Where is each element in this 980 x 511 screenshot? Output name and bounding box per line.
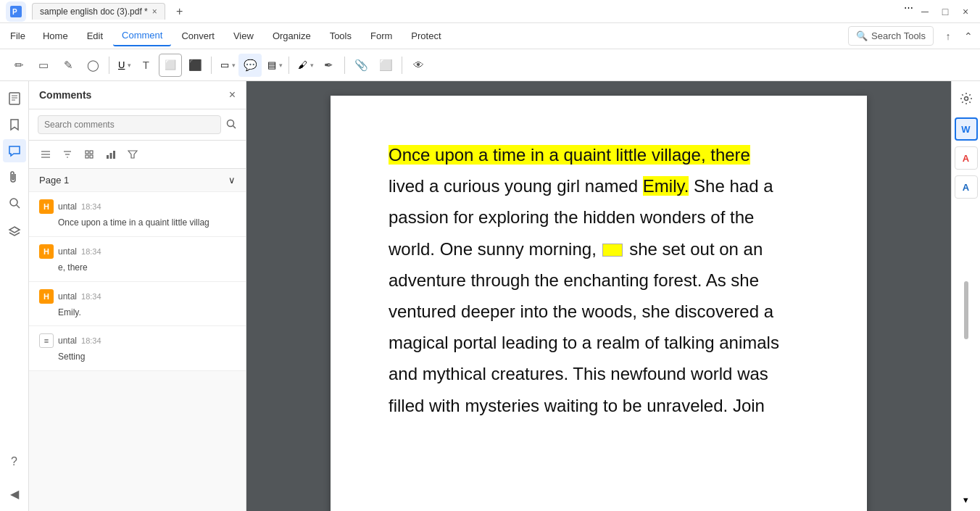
more-options-icon[interactable]: ⋯ xyxy=(903,3,913,13)
measure-icon: ▤ xyxy=(265,57,279,73)
menu-item-convert[interactable]: Convert xyxy=(173,26,223,46)
preview-tool-button[interactable]: 👁 xyxy=(407,54,430,77)
shape-tool-button[interactable]: ▭ ▾ xyxy=(216,57,237,73)
comment-3-avatar: H xyxy=(39,289,54,304)
search-tools-icon: 🔍 xyxy=(856,30,868,41)
pdf-line-6: ventured deeper into the woods, she disc… xyxy=(389,296,809,327)
comment-chart-button[interactable] xyxy=(101,145,120,164)
comment-2-author: untal xyxy=(58,246,77,257)
svg-line-10 xyxy=(233,125,236,128)
right-sidebar-settings-icon[interactable] xyxy=(955,87,978,110)
search-tools-button[interactable]: 🔍 Search Tools xyxy=(848,26,934,46)
comments-search-submit-icon[interactable] xyxy=(225,118,237,132)
word-integration-button[interactable]: W xyxy=(955,117,978,141)
menu-item-edit[interactable]: Edit xyxy=(78,26,112,46)
pages-icon[interactable] xyxy=(3,87,26,110)
separator-3 xyxy=(288,57,289,74)
scrollbar-thumb[interactable] xyxy=(964,281,968,339)
highlight-span-1: Once upon a time in a quaint little vill… xyxy=(389,145,750,165)
menu-item-view[interactable]: View xyxy=(225,26,262,46)
comment-expand-button[interactable] xyxy=(80,145,99,164)
maximize-button[interactable]: □ xyxy=(937,3,954,20)
excel-button[interactable]: A xyxy=(955,175,978,199)
signature-tool-button[interactable]: ✒ xyxy=(317,54,340,77)
search-tools-label: Search Tools xyxy=(871,30,926,41)
underline-icon: U xyxy=(115,57,128,73)
menu-item-tools[interactable]: Tools xyxy=(321,26,360,46)
svg-rect-19 xyxy=(86,155,88,158)
menu-item-file[interactable]: File xyxy=(3,28,33,44)
left-sidebar-icons: ? ◀ xyxy=(0,81,29,511)
comments-close-button[interactable]: × xyxy=(229,88,236,101)
ai-button[interactable]: A xyxy=(955,146,978,170)
svg-rect-23 xyxy=(113,151,115,159)
chevron-up-icon[interactable]: ⌃ xyxy=(960,28,977,45)
comment-1-text: Once upon a time in a quaint little vill… xyxy=(58,217,236,229)
minimize-button[interactable]: ─ xyxy=(916,3,934,20)
close-button[interactable]: × xyxy=(957,3,974,20)
separator-5 xyxy=(402,57,402,74)
stamp-tool-button[interactable]: 🖌 ▾ xyxy=(294,57,315,73)
page-group-1: Page 1 ∨ H untal 18:34 Once upon a time … xyxy=(29,169,246,371)
help-icon[interactable]: ? xyxy=(3,450,26,473)
eraser-tool-button[interactable]: ◯ xyxy=(81,54,104,77)
area-tool-button[interactable]: ▭ xyxy=(32,54,55,77)
comments-search-bar xyxy=(29,109,246,141)
comment-item-4[interactable]: ≡ untal 18:34 Setting xyxy=(29,326,246,371)
form-tool-button[interactable]: ⬜ xyxy=(374,54,397,77)
attachment-tool-button[interactable]: 📎 xyxy=(349,54,373,77)
comments-sidebar-icon[interactable] xyxy=(3,139,26,162)
measure-tool-button[interactable]: ▤ ▾ xyxy=(263,57,284,73)
page-1-label[interactable]: Page 1 ∨ xyxy=(29,169,246,192)
comment-item-3[interactable]: H untal 18:34 Emily. xyxy=(29,282,246,327)
comment-sort-button[interactable] xyxy=(58,145,77,164)
textbox-tool-button[interactable]: ⬜ xyxy=(159,54,182,77)
bookmarks-icon[interactable] xyxy=(3,113,26,136)
text-tool-button[interactable]: T xyxy=(134,54,157,77)
pdf-line-1: Once upon a time in a quaint little vill… xyxy=(389,139,809,170)
menu-item-home[interactable]: Home xyxy=(34,26,77,46)
pdf-line-8: and mythical creatures. This newfound wo… xyxy=(389,358,809,389)
separator-4 xyxy=(344,57,345,74)
new-tab-button[interactable]: + xyxy=(171,3,188,20)
comments-search-input[interactable] xyxy=(38,115,221,134)
comment-1-avatar: H xyxy=(39,199,54,214)
comments-panel-title: Comments xyxy=(39,89,91,101)
pencil-tool-button[interactable]: ✎ xyxy=(57,54,80,77)
menu-item-organize[interactable]: Organize xyxy=(264,26,320,46)
comment-tool-button[interactable]: 💬 xyxy=(238,54,262,77)
highlight-tool-button[interactable]: ✏ xyxy=(7,54,30,77)
collapse-sidebar-icon[interactable]: ◀ xyxy=(3,482,26,505)
scroll-down-button[interactable]: ▾ xyxy=(963,494,968,505)
shape-icon: ▭ xyxy=(217,57,232,73)
comment-4-avatar: ≡ xyxy=(39,333,54,348)
comment-item-1[interactable]: H untal 18:34 Once upon a time in a quai… xyxy=(29,192,246,237)
menu-item-protect[interactable]: Protect xyxy=(402,26,449,46)
underline-tool-button[interactable]: U ▾ xyxy=(114,57,133,73)
comment-2-header: H untal 18:34 xyxy=(39,244,236,259)
comment-filter-button[interactable] xyxy=(123,145,142,164)
pdf-viewer-area[interactable]: Once upon a time in a quaint little vill… xyxy=(246,81,951,511)
svg-rect-17 xyxy=(86,151,88,154)
layers-icon[interactable] xyxy=(3,220,26,244)
tab-close-icon[interactable]: × xyxy=(152,7,157,17)
upload-button[interactable]: ↑ xyxy=(939,28,957,45)
comment-1-author: untal xyxy=(58,202,77,212)
pdf-line-9: filled with mysteries waiting to be unra… xyxy=(389,390,809,421)
comment-item-2[interactable]: H untal 18:34 e, there xyxy=(29,237,246,282)
callout-tool-button[interactable]: ⬛ xyxy=(183,54,207,77)
attachments-icon[interactable] xyxy=(3,165,26,188)
ai-icon: A xyxy=(963,153,969,164)
active-tab[interactable]: sample english doc (3).pdf * × xyxy=(32,3,165,20)
comment-list-view-button[interactable] xyxy=(36,145,55,164)
comment-2-text: e, there xyxy=(58,262,236,274)
window-controls: ⋯ ─ □ × xyxy=(903,3,974,20)
svg-rect-22 xyxy=(110,153,112,159)
menu-item-form[interactable]: Form xyxy=(362,26,401,46)
pdf-line-5: adventure through the enchanting forest.… xyxy=(389,265,809,296)
search-sidebar-icon[interactable] xyxy=(3,191,26,215)
word-icon: W xyxy=(961,124,970,135)
pdf-line-3: passion for exploring the hidden wonders… xyxy=(389,202,809,233)
pdf-scrollbar[interactable] xyxy=(952,274,980,491)
menu-item-comment[interactable]: Comment xyxy=(113,25,171,46)
